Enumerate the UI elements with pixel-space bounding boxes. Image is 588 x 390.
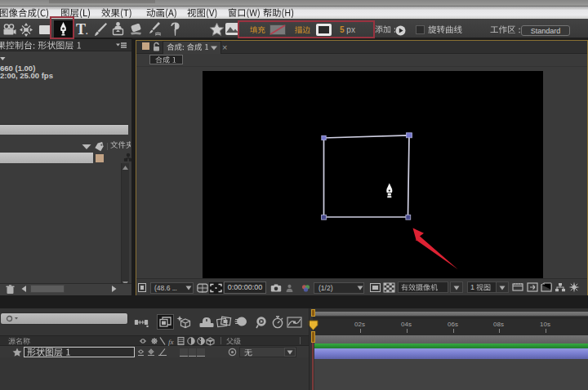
svg-text:fx: fx (168, 338, 174, 346)
